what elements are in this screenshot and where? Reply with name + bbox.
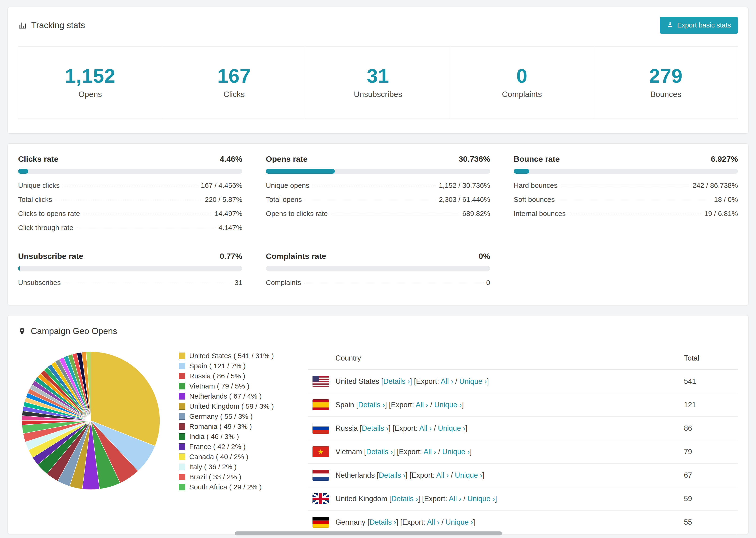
legend-item: Russia ( 86 / 5% ) bbox=[179, 371, 291, 381]
rate-stat-label: Total opens bbox=[266, 195, 302, 203]
country-links: United Kingdom [Details ›] [Export: All … bbox=[336, 495, 497, 503]
legend-item: Spain ( 121 / 7% ) bbox=[179, 361, 291, 371]
export-all-link[interactable]: All › bbox=[419, 424, 432, 432]
rate-stat-label: Clicks to opens rate bbox=[18, 210, 80, 218]
horizontal-scrollbar[interactable] bbox=[235, 531, 502, 535]
rate-title: Opens rate bbox=[266, 154, 307, 164]
flag-de-icon bbox=[312, 517, 329, 528]
bar-chart-icon bbox=[18, 21, 27, 29]
pie-chart-svg bbox=[21, 350, 161, 491]
stat-box: 279 Bounces bbox=[594, 46, 738, 119]
export-all-link[interactable]: All › bbox=[441, 377, 453, 385]
stat-label: Bounces bbox=[594, 90, 738, 99]
rate-stat-value: 4.147% bbox=[219, 224, 243, 232]
stat-value: 279 bbox=[594, 65, 738, 87]
rates-row-2: Unsubscribe rate 0.77% Unsubscribes 31 C… bbox=[18, 252, 738, 290]
tracking-stats-header: Tracking stats Export basic stats bbox=[8, 7, 748, 36]
export-all-link[interactable]: All › bbox=[436, 471, 449, 479]
country-cell: Netherlands [Details ›] [Export: All › /… bbox=[308, 470, 684, 481]
table-row: Vietnam [Details ›] [Export: All › / Uni… bbox=[308, 440, 738, 463]
legend-label: Netherlands ( 67 / 4% ) bbox=[189, 392, 261, 400]
legend-swatch bbox=[179, 454, 185, 460]
rate-stat-value: 220 / 5.87% bbox=[205, 195, 242, 203]
dotted-leader bbox=[304, 283, 483, 283]
stat-value: 167 bbox=[162, 65, 306, 87]
rate-stat-row: Unique clicks 167 / 4.456% bbox=[18, 178, 242, 192]
geo-table-header: Country Total bbox=[308, 347, 738, 370]
progress-bar-fill bbox=[266, 169, 335, 174]
details-link[interactable]: Details › bbox=[366, 448, 393, 456]
rate-percent: 6.927% bbox=[711, 154, 738, 164]
export-unique-link[interactable]: Unique › bbox=[434, 401, 462, 409]
dotted-leader bbox=[558, 200, 711, 200]
country-name: Netherlands bbox=[336, 471, 375, 479]
legend-swatch bbox=[179, 373, 185, 379]
details-link[interactable]: Details › bbox=[379, 471, 405, 479]
rate-head: Unsubscribe rate 0.77% bbox=[18, 252, 242, 261]
rate-stat-label: Complaints bbox=[266, 279, 301, 287]
total-cell: 79 bbox=[684, 448, 738, 456]
rate-stat-row: Complaints 0 bbox=[266, 276, 490, 290]
rate-stat-value: 0 bbox=[486, 279, 490, 287]
export-all-link[interactable]: All › bbox=[415, 401, 428, 409]
rate-head: Complaints rate 0% bbox=[266, 252, 490, 261]
country-name: Germany bbox=[336, 518, 365, 526]
details-link[interactable]: Details › bbox=[383, 377, 410, 385]
rate-title: Bounce rate bbox=[514, 154, 560, 164]
country-name: United States bbox=[336, 377, 379, 385]
export-unique-link[interactable]: Unique › bbox=[455, 471, 482, 479]
export-icon bbox=[667, 21, 674, 29]
details-link[interactable]: Details › bbox=[369, 518, 396, 526]
rate-stat-row: Total clicks 220 / 5.87% bbox=[18, 192, 242, 207]
export-all-link[interactable]: All › bbox=[427, 518, 439, 526]
export-basic-stats-button[interactable]: Export basic stats bbox=[660, 17, 738, 34]
export-button-label: Export basic stats bbox=[677, 21, 731, 29]
map-pin-icon bbox=[18, 327, 26, 335]
export-all-link[interactable]: All › bbox=[449, 495, 461, 503]
legend-label: Spain ( 121 / 7% ) bbox=[189, 362, 245, 370]
progress-bar bbox=[266, 169, 490, 174]
export-unique-link[interactable]: Unique › bbox=[459, 377, 487, 385]
details-link[interactable]: Details › bbox=[362, 424, 389, 432]
legend-label: United States ( 541 / 31% ) bbox=[189, 352, 274, 360]
progress-bar-fill bbox=[514, 169, 529, 174]
legend-item: South Africa ( 29 / 2% ) bbox=[179, 482, 291, 492]
legend-swatch bbox=[179, 383, 185, 389]
pie-legend: United States ( 541 / 31% ) Spain ( 121 … bbox=[179, 347, 291, 492]
rate-stat-label: Soft bounces bbox=[514, 195, 555, 203]
country-cell: Vietnam [Details ›] [Export: All › / Uni… bbox=[308, 446, 684, 457]
rate-percent: 0.77% bbox=[220, 252, 242, 261]
export-unique-link[interactable]: Unique › bbox=[446, 518, 473, 526]
rate-head: Bounce rate 6.927% bbox=[514, 154, 738, 164]
progress-bar-fill bbox=[18, 169, 28, 174]
export-unique-link[interactable]: Unique › bbox=[438, 424, 465, 432]
rate-head: Opens rate 30.736% bbox=[266, 154, 490, 164]
rate-stat-value: 19 / 6.81% bbox=[704, 210, 738, 218]
geo-opens-title: Campaign Geo Opens bbox=[18, 326, 738, 336]
geo-opens-title-text: Campaign Geo Opens bbox=[31, 326, 117, 336]
stat-value: 31 bbox=[306, 65, 450, 87]
export-unique-link[interactable]: Unique › bbox=[442, 448, 469, 456]
rate-stat-value: 18 / 0% bbox=[714, 195, 738, 203]
rate-title: Unsubscribe rate bbox=[18, 252, 83, 261]
details-link[interactable]: Details › bbox=[391, 495, 418, 503]
dotted-leader bbox=[331, 214, 459, 214]
table-row: United States [Details ›] [Export: All ›… bbox=[308, 370, 738, 393]
legend-swatch bbox=[179, 443, 185, 450]
country-cell: Russia [Details ›] [Export: All › / Uniq… bbox=[308, 423, 684, 434]
rate-stat-row: Unsubscribes 31 bbox=[18, 276, 242, 290]
details-link[interactable]: Details › bbox=[358, 401, 385, 409]
flag-es-icon bbox=[312, 399, 329, 410]
dotted-leader bbox=[569, 214, 701, 214]
country-name: Russia bbox=[336, 424, 358, 432]
dotted-leader bbox=[561, 186, 689, 186]
progress-bar bbox=[18, 169, 242, 174]
country-cell: United Kingdom [Details ›] [Export: All … bbox=[308, 493, 684, 504]
rate-stat-row: Unique opens 1,152 / 30.736% bbox=[266, 178, 490, 192]
rate-stat-label: Unsubscribes bbox=[18, 279, 61, 287]
export-all-link[interactable]: All › bbox=[423, 448, 436, 456]
export-unique-link[interactable]: Unique › bbox=[467, 495, 495, 503]
rate-percent: 0% bbox=[479, 252, 490, 261]
legend-swatch bbox=[179, 352, 185, 359]
rate-percent: 30.736% bbox=[459, 154, 490, 164]
